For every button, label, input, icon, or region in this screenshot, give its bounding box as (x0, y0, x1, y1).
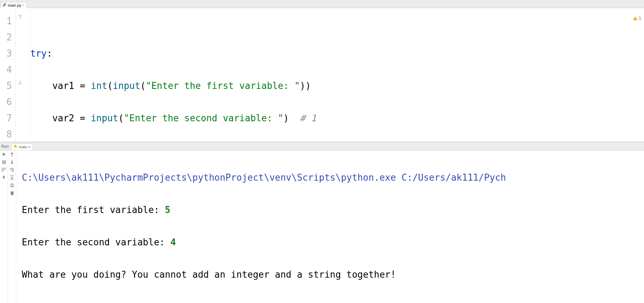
fold-handle-icon[interactable] (17, 79, 24, 85)
ide-window: main.py × 1 2 3 4 5 6 7 8 1 t (0, 0, 644, 303)
line-number-gutter: 1 2 3 4 5 6 7 8 (0, 8, 16, 142)
code-line: var1 = int(input("Enter the first variab… (30, 78, 644, 94)
warning-icon (633, 16, 638, 21)
svg-rect-6 (1, 170, 3, 172)
run-sidebar-right (8, 150, 16, 303)
python-run-icon (13, 144, 18, 149)
console-line: What are you doing? You cannot add an in… (22, 266, 644, 283)
code-area[interactable]: 1 try: var1 = int(input("Enter the first… (30, 8, 644, 142)
layout-settings-icon[interactable] (1, 167, 6, 172)
svg-rect-5 (4, 168, 6, 169)
line-number: 2 (0, 29, 15, 45)
line-number: 1 (0, 13, 15, 29)
editor-tab-main[interactable]: main.py × (1, 2, 27, 8)
stop-icon[interactable] (1, 160, 6, 165)
up-arrow-icon[interactable] (9, 152, 14, 157)
line-number: 3 (0, 45, 15, 62)
line-number: 6 (0, 94, 15, 110)
console-line (22, 299, 644, 303)
svg-rect-8 (11, 183, 13, 185)
code-editor[interactable]: 1 2 3 4 5 6 7 8 1 try: var1 = int(input(… (0, 8, 644, 142)
print-icon[interactable] (9, 183, 14, 188)
trash-icon[interactable] (9, 191, 14, 195)
code-line: var2 = input("Enter the second variable:… (30, 110, 644, 126)
run-label: Run: (0, 144, 12, 148)
console-line: C:\Users\ak111\PycharmProjects\pythonPro… (22, 169, 644, 186)
run-toolwindow-header: Run: main × (0, 142, 644, 150)
scroll-to-end-icon[interactable] (9, 175, 14, 180)
python-file-icon (2, 3, 7, 7)
line-number: 8 (0, 126, 15, 142)
code-line: try: (30, 45, 644, 62)
inspection-warning-badge[interactable]: 1 (633, 10, 641, 26)
down-arrow-icon[interactable] (9, 160, 14, 165)
console-line: Enter the first variable: 5 (22, 202, 644, 218)
run-toolwindow: C:\Users\ak111\PycharmProjects\pythonPro… (0, 150, 644, 303)
editor-tabbar: main.py × (0, 0, 644, 8)
console-line: Enter the second variable: 4 (22, 234, 644, 250)
fold-handle-icon[interactable] (17, 14, 24, 21)
console-output[interactable]: C:\Users\ak111\PycharmProjects\pythonPro… (16, 150, 644, 303)
line-number: 4 (0, 62, 15, 78)
line-number: 7 (0, 110, 15, 126)
close-icon[interactable]: × (22, 4, 25, 7)
run-sidebar-left (0, 150, 8, 303)
svg-rect-4 (1, 168, 3, 169)
editor-tab-filename: main.py (8, 3, 21, 7)
warning-count: 1 (639, 10, 641, 26)
svg-rect-0 (635, 17, 635, 19)
pin-icon[interactable] (1, 175, 6, 180)
run-tab-main[interactable]: main × (12, 143, 33, 150)
soft-wrap-icon[interactable] (9, 167, 14, 172)
run-tab-name: main (19, 145, 27, 149)
svg-rect-3 (2, 160, 6, 164)
rerun-icon[interactable] (1, 152, 6, 157)
close-icon[interactable]: × (28, 145, 30, 149)
line-number: 5 (0, 78, 15, 94)
svg-rect-1 (635, 19, 635, 20)
fold-column (16, 8, 30, 142)
